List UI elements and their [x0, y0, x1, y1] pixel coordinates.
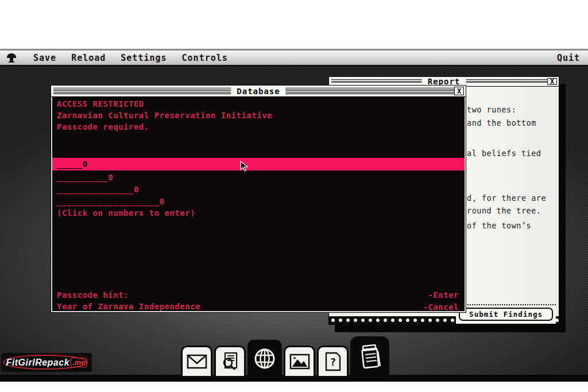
access-restricted-text: ACCESS RESTRICTED: [57, 99, 144, 108]
passcode-required-text: Passcode required.: [57, 122, 149, 131]
report-text-line: d, for there are: [467, 193, 546, 203]
digit-value[interactable]: 0: [83, 160, 88, 169]
initiative-text: Zarnavian Cultural Preservation Initiati…: [57, 111, 272, 120]
enter-button[interactable]: -Enter: [428, 290, 459, 300]
watermark-text: FitGirlRepack: [6, 358, 70, 368]
svg-text:?: ?: [330, 356, 336, 368]
dock-help-icon[interactable]: ?: [317, 346, 349, 378]
digit-value[interactable]: 0: [160, 197, 165, 206]
dock-notepad-icon[interactable]: [350, 336, 389, 378]
database-window: Database X ACCESS RESTRICTED Zarnavian C…: [51, 85, 466, 313]
dock-search-icon[interactable]: [214, 346, 246, 378]
database-window-title: Database: [231, 87, 285, 96]
passcode-hint-value: Year of Zarnava Independence: [57, 302, 200, 311]
submit-findings-wrap: Submit Findings: [456, 304, 556, 324]
database-close-icon[interactable]: X: [454, 87, 464, 95]
digit-line: ____________________: [57, 197, 160, 206]
menu-bar: Save Reload Settings Controls Quit: [0, 51, 588, 67]
database-titlebar[interactable]: Database X: [51, 86, 466, 97]
passcode-digit-row-1[interactable]: _____0: [52, 158, 465, 170]
dock-globe-icon[interactable]: [247, 340, 282, 378]
dock: ?: [181, 336, 389, 378]
report-text-line: al beliefs tied: [467, 149, 541, 158]
report-close-icon[interactable]: X: [547, 78, 557, 85]
report-text-line: round the tree.: [467, 206, 541, 215]
menu-item-quit[interactable]: Quit: [557, 53, 580, 63]
passcode-digit-row-3[interactable]: _______________0: [52, 184, 465, 195]
menu-item-controls[interactable]: Controls: [182, 53, 228, 63]
digit-line: __________: [57, 173, 108, 182]
mouse-cursor-icon: [240, 161, 249, 174]
menu-item-save[interactable]: Save: [33, 53, 56, 63]
screenshot-stage: Save Reload Settings Controls Quit Repor…: [0, 0, 588, 392]
watermark-suffix: .me: [71, 358, 87, 367]
menu-item-reload[interactable]: Reload: [71, 53, 106, 63]
report-text-line: two runes:: [467, 105, 516, 114]
mushroom-icon[interactable]: [5, 52, 18, 64]
report-text-line: and the bottom: [467, 118, 536, 127]
digit-line: _____: [57, 160, 83, 169]
dock-mail-icon[interactable]: [181, 346, 212, 378]
submit-findings-button[interactable]: Submit Findings: [459, 308, 553, 321]
menu-item-settings[interactable]: Settings: [121, 53, 167, 63]
passcode-digit-row-4[interactable]: ____________________0: [52, 196, 465, 207]
cancel-button[interactable]: -Cancel: [423, 302, 459, 312]
game-screen: Save Reload Settings Controls Quit Repor…: [0, 49, 588, 382]
digit-line: _______________: [57, 185, 134, 194]
report-text-line: of the town’s: [467, 221, 531, 230]
instruction-text: (Click on numbers to enter): [57, 208, 195, 218]
passcode-digit-row-2[interactable]: __________0: [52, 172, 465, 183]
dock-photos-icon[interactable]: [284, 346, 315, 378]
passcode-hint-label: Passcode hint:: [57, 290, 129, 300]
fitgirl-watermark: FitGirlRepack .me: [1, 353, 92, 372]
digit-value[interactable]: 0: [108, 173, 113, 182]
database-content: ACCESS RESTRICTED Zarnavian Cultural Pre…: [51, 97, 466, 312]
digit-value[interactable]: 0: [134, 185, 139, 194]
